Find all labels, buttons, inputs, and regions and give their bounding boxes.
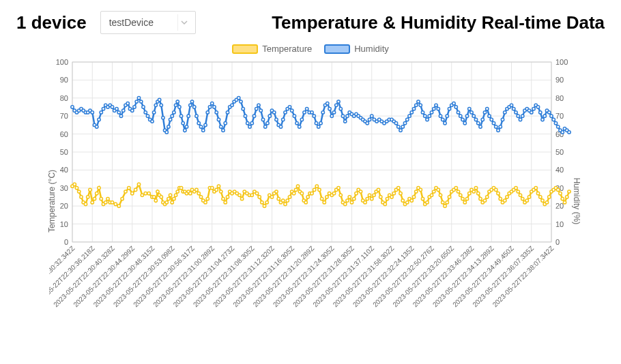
svg-point-273 [486, 107, 489, 110]
svg-point-248 [430, 111, 433, 114]
svg-point-98 [102, 107, 104, 110]
svg-point-484 [463, 201, 466, 204]
svg-point-249 [433, 107, 435, 110]
svg-point-460 [410, 199, 413, 202]
svg-point-493 [483, 199, 486, 202]
svg-point-126 [162, 117, 164, 119]
svg-point-270 [479, 125, 482, 128]
svg-point-153 [215, 111, 218, 114]
svg-point-456 [401, 199, 404, 202]
svg-point-385 [240, 197, 243, 200]
svg-point-95 [96, 125, 98, 128]
svg-point-494 [486, 196, 489, 198]
svg-point-267 [472, 115, 475, 117]
svg-text:0: 0 [64, 238, 68, 246]
svg-point-288 [519, 118, 521, 121]
svg-point-433 [350, 201, 353, 204]
svg-point-369 [204, 201, 207, 204]
svg-point-517 [536, 192, 539, 195]
svg-point-350 [167, 197, 170, 200]
svg-point-192 [303, 111, 306, 114]
svg-point-97 [100, 111, 102, 114]
svg-point-238 [408, 115, 411, 117]
svg-point-168 [248, 125, 251, 128]
svg-point-469 [430, 194, 433, 196]
y-axis-right-label: Humidity (%) [573, 178, 582, 225]
svg-point-146 [199, 125, 202, 128]
svg-point-293 [530, 111, 533, 114]
svg-point-252 [439, 115, 442, 117]
svg-point-434 [353, 197, 356, 200]
svg-point-148 [204, 123, 207, 126]
chevron-down-icon [177, 14, 191, 31]
svg-point-340 [147, 192, 150, 195]
legend-label: Temperature [262, 44, 312, 54]
device-select-value: testDevice [109, 17, 154, 28]
svg-text:10: 10 [555, 220, 564, 228]
svg-point-431 [346, 199, 349, 202]
svg-point-451 [390, 196, 393, 198]
svg-point-483 [461, 197, 464, 200]
svg-point-327 [106, 197, 109, 200]
svg-point-365 [195, 188, 198, 191]
svg-text:50: 50 [60, 148, 68, 156]
svg-point-232 [394, 122, 397, 125]
svg-point-235 [401, 125, 404, 128]
svg-point-177 [268, 115, 271, 117]
svg-point-140 [187, 115, 190, 117]
svg-point-269 [477, 122, 480, 125]
svg-point-315 [80, 196, 83, 198]
svg-point-275 [490, 118, 493, 121]
svg-point-264 [465, 115, 468, 117]
svg-point-176 [266, 122, 269, 125]
legend-item-temperature[interactable]: Temperature [232, 44, 312, 54]
svg-point-182 [279, 125, 282, 128]
svg-point-366 [197, 192, 200, 195]
svg-point-247 [428, 115, 431, 117]
svg-text:70: 70 [555, 112, 564, 120]
svg-point-482 [459, 194, 462, 196]
device-select[interactable]: testDevice [100, 11, 196, 34]
svg-point-197 [315, 122, 317, 125]
svg-point-261 [459, 115, 462, 117]
svg-point-473 [439, 194, 442, 196]
svg-point-251 [437, 107, 439, 110]
svg-point-372 [211, 187, 214, 189]
svg-text:100: 100 [56, 58, 68, 66]
svg-point-186 [288, 106, 291, 108]
svg-point-189 [295, 122, 298, 125]
svg-point-509 [519, 194, 521, 196]
svg-point-486 [468, 192, 471, 195]
svg-point-442 [371, 197, 373, 200]
svg-point-112 [133, 106, 136, 108]
svg-point-343 [154, 199, 157, 202]
legend-item-humidity[interactable]: Humidity [324, 44, 389, 54]
svg-text:20: 20 [60, 202, 68, 210]
svg-point-421 [323, 201, 326, 204]
svg-point-129 [167, 125, 170, 128]
svg-point-500 [499, 197, 502, 200]
svg-point-171 [255, 107, 258, 110]
svg-point-375 [217, 185, 220, 187]
svg-point-271 [481, 118, 484, 121]
svg-point-376 [220, 190, 222, 193]
svg-point-183 [282, 118, 285, 121]
svg-point-467 [426, 201, 429, 204]
svg-point-304 [554, 122, 557, 125]
svg-point-301 [548, 111, 551, 114]
svg-point-411 [300, 192, 303, 195]
svg-point-167 [246, 122, 249, 125]
svg-point-113 [135, 100, 138, 103]
svg-point-152 [213, 106, 216, 108]
svg-point-138 [184, 129, 186, 132]
svg-point-184 [284, 111, 287, 114]
svg-point-333 [124, 190, 127, 193]
svg-point-389 [250, 194, 253, 196]
svg-point-526 [557, 188, 560, 191]
svg-point-422 [326, 196, 328, 198]
svg-point-254 [444, 122, 446, 125]
svg-point-149 [206, 111, 209, 114]
svg-point-344 [156, 190, 159, 193]
svg-point-179 [273, 111, 276, 114]
svg-point-480 [454, 187, 457, 189]
